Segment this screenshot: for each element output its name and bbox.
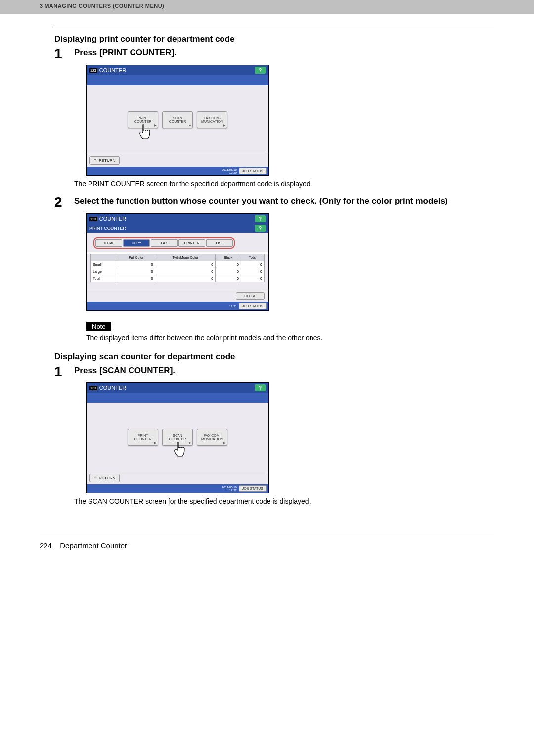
tabs-row: TOTAL COPY FAX PRINTER LIST: [87, 233, 268, 252]
sub-title-text: PRINT COUNTER: [89, 226, 126, 231]
step2-number: 2: [54, 195, 74, 209]
screenshot-print-counter: 123 COUNTER ? PRINT COUNTER ? TOTAL COPY…: [86, 213, 269, 311]
job-status-button[interactable]: JOB STATUS: [239, 303, 267, 309]
tab-list[interactable]: LIST: [206, 239, 233, 247]
step2-text: Select the function button whose counter…: [74, 195, 448, 206]
step2: 2 Select the function button whose count…: [54, 195, 494, 209]
chevron-right-icon: ▶: [223, 123, 226, 127]
sub-titlebar: PRINT COUNTER ?: [87, 224, 268, 233]
close-button[interactable]: CLOSE: [236, 292, 265, 300]
table-header-row: Full Color Twin/Mono Color Black Total: [91, 254, 265, 261]
tab-copy[interactable]: COPY: [123, 239, 150, 247]
chapter-header: 3 MANAGING COUNTERS (COUNTER MENU): [0, 0, 534, 14]
step1-text: Press [PRINT COUNTER].: [74, 47, 177, 58]
return-button[interactable]: ↰ RETURN: [89, 474, 120, 482]
title-text: COUNTER: [99, 216, 126, 222]
body-area: PRINT COUNTER ▶ SCAN COUNTER ▶ FAX COM- …: [87, 85, 268, 154]
chevron-right-icon: ▶: [189, 441, 191, 444]
scan-counter-button[interactable]: SCAN COUNTER ▶: [162, 111, 193, 128]
col-fullcolor: Full Color: [117, 254, 155, 261]
help-button-2[interactable]: ?: [255, 225, 266, 232]
page-footer: 224 Department Counter: [40, 538, 494, 550]
status-bar: 2011/05/10 12:22 JOB STATUS: [87, 484, 268, 493]
step1: 1 Press [PRINT COUNTER].: [54, 47, 494, 61]
close-row: CLOSE: [87, 290, 268, 302]
titlebar: 123 COUNTER ?: [87, 383, 268, 393]
section2-title: Displaying scan counter for department c…: [54, 352, 494, 362]
chapter-header-text: 3 MANAGING COUNTERS (COUNTER MENU): [40, 3, 164, 9]
step1-caption: The PRINT COUNTER screen for the specifi…: [74, 180, 494, 188]
table-row: Large 0 0 0 0: [91, 268, 265, 275]
bottom-bar: ↰ RETURN: [87, 472, 268, 484]
fax-com-button[interactable]: FAX COM- MUNICATION ▶: [197, 111, 227, 128]
col-total: Total: [241, 254, 264, 261]
body-area: PRINT COUNTER ▶ SCAN COUNTER ▶ FAX COM- …: [87, 403, 268, 472]
help-button[interactable]: ?: [255, 215, 266, 222]
step1-number: 1: [54, 47, 74, 61]
job-status-button[interactable]: JOB STATUS: [239, 168, 267, 174]
title-text: COUNTER: [99, 385, 126, 391]
footer-title: Department Counter: [60, 541, 127, 550]
tab-total[interactable]: TOTAL: [95, 239, 122, 247]
col-black: Black: [216, 254, 241, 261]
table-row: Total 0 0 0 0: [91, 275, 265, 282]
title-text: COUNTER: [99, 67, 126, 73]
page-number: 224: [40, 541, 52, 550]
col-twinmono: Twin/Mono Color: [155, 254, 216, 261]
titlebar: 123 COUNTER ?: [87, 214, 268, 224]
titlebar: 123 COUNTER ?: [87, 65, 268, 75]
subbar: [87, 75, 268, 85]
tab-fax[interactable]: FAX: [151, 239, 178, 247]
status-bar: 12:21 JOB STATUS: [87, 302, 268, 310]
table-row: Small 0 0 0 0: [91, 261, 265, 268]
return-button[interactable]: ↰ RETURN: [89, 156, 120, 165]
chevron-right-icon: ▶: [189, 123, 191, 127]
chevron-right-icon: ▶: [154, 441, 157, 444]
screenshot-counter-scan: 123 COUNTER ? PRINT COUNTER ▶ SCAN COUNT…: [86, 382, 269, 493]
note-text: The displayed items differ between the c…: [86, 334, 494, 342]
chevron-right-icon: ▶: [223, 441, 226, 444]
col-blank: [91, 254, 117, 261]
print-counter-button[interactable]: PRINT COUNTER ▶: [128, 429, 158, 446]
help-button[interactable]: ?: [255, 67, 266, 74]
status-bar: 2011/05/10 12:20 JOB STATUS: [87, 167, 268, 175]
job-status-button[interactable]: JOB STATUS: [239, 485, 267, 492]
return-arrow-icon: ↰: [94, 476, 97, 480]
tap-icon: [172, 441, 187, 459]
bottom-bar: ↰ RETURN: [87, 154, 268, 167]
tab-printer[interactable]: PRINTER: [178, 239, 205, 247]
counter-icon: 123: [89, 217, 97, 221]
chevron-right-icon: ▶: [154, 123, 157, 127]
tap-icon: [137, 124, 153, 142]
sec2-step1: 1 Press [SCAN COUNTER].: [54, 365, 494, 378]
counter-icon: 123: [89, 68, 97, 73]
sec2-step1-number: 1: [54, 365, 74, 378]
timestamp: 12:21: [229, 305, 237, 308]
counter-table: Full Color Twin/Mono Color Black Total S…: [90, 254, 265, 282]
scan-counter-button[interactable]: SCAN COUNTER ▶: [162, 429, 193, 446]
rule-top: [54, 24, 494, 24]
timestamp: 2011/05/10 12:22: [222, 486, 237, 492]
tabs-highlight: TOTAL COPY FAX PRINTER LIST: [93, 237, 235, 249]
print-counter-button[interactable]: PRINT COUNTER ▶: [128, 111, 158, 128]
sec2-step1-text: Press [SCAN COUNTER].: [74, 365, 175, 376]
counter-icon: 123: [89, 386, 97, 390]
subbar: [87, 393, 268, 403]
sec2-step1-caption: The SCAN COUNTER screen for the specifie…: [74, 497, 494, 505]
fax-com-button[interactable]: FAX COM- MUNICATION ▶: [197, 429, 227, 446]
return-arrow-icon: ↰: [94, 158, 97, 163]
timestamp: 2011/05/10 12:20: [222, 168, 237, 174]
help-button[interactable]: ?: [255, 384, 266, 391]
note-badge: Note: [86, 322, 111, 331]
section1-title: Displaying print counter for department …: [54, 34, 494, 44]
table-wrap: Full Color Twin/Mono Color Black Total S…: [87, 254, 268, 290]
screenshot-counter-print: 123 COUNTER ? PRINT COUNTER ▶ SCAN COUNT…: [86, 65, 269, 176]
